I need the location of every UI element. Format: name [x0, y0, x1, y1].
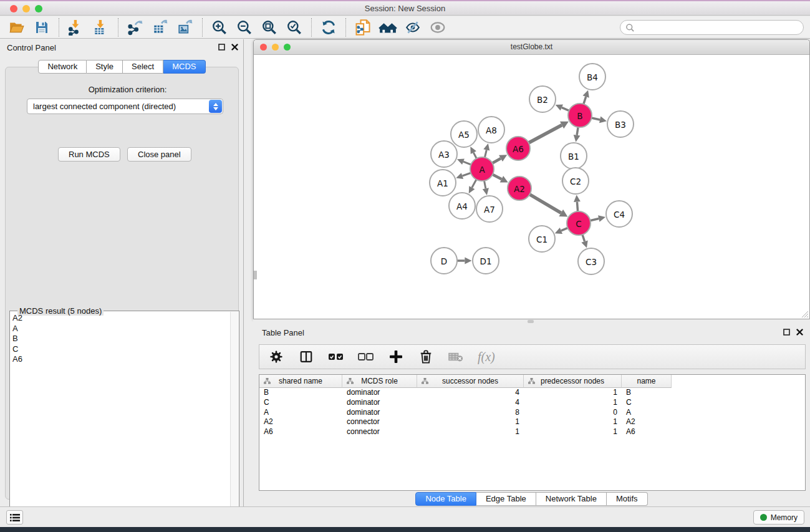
- cell-successor-nodes[interactable]: 4: [417, 388, 524, 398]
- cell-predecessor-nodes[interactable]: 1: [524, 417, 622, 427]
- export-table-icon[interactable]: [151, 19, 170, 36]
- table-options-gear-icon[interactable]: [268, 348, 284, 365]
- search-input[interactable]: [620, 20, 804, 35]
- tab-network-table[interactable]: Network Table: [536, 492, 607, 506]
- cell-shared-name[interactable]: A6: [259, 427, 342, 437]
- mcds-result-list[interactable]: A2ABCA6: [12, 313, 230, 520]
- table-row[interactable]: Cdominator41C: [259, 398, 805, 408]
- delete-table-icon[interactable]: [448, 348, 464, 365]
- cell-predecessor-nodes[interactable]: 1: [524, 427, 622, 437]
- mcds-result-item[interactable]: A2: [12, 313, 230, 324]
- cell-shared-name[interactable]: A: [259, 408, 342, 418]
- column-header-name[interactable]: name: [622, 375, 672, 388]
- table-panel: Table Panel f(x) shared nameMCDS rolesuc…: [253, 324, 810, 506]
- cell-MCDS-role[interactable]: dominator: [342, 398, 417, 408]
- network-graph[interactable]: B4B2BB3A8A5A6A3B1AC2A1A2A4A7C4CC1DD1C3: [254, 55, 809, 319]
- hide-selected-icon[interactable]: [403, 19, 422, 36]
- cell-successor-nodes[interactable]: 4: [417, 398, 524, 408]
- cell-MCDS-role[interactable]: connector: [342, 427, 417, 437]
- export-network-icon[interactable]: [126, 19, 145, 36]
- close-table-panel-icon[interactable]: [796, 329, 803, 336]
- horizontal-splitter[interactable]: [253, 319, 810, 324]
- tab-edge-table[interactable]: Edge Table: [476, 492, 536, 506]
- export-image-icon[interactable]: [176, 19, 195, 36]
- cell-MCDS-role[interactable]: dominator: [342, 388, 417, 398]
- zoom-out-icon[interactable]: [235, 19, 254, 36]
- optimization-criterion-select[interactable]: largest connected component (directed): [27, 99, 223, 114]
- mcds-result-item[interactable]: A: [12, 324, 230, 334]
- import-table-icon[interactable]: [92, 19, 110, 36]
- cell-successor-nodes[interactable]: 1: [417, 417, 524, 427]
- mcds-result-item[interactable]: B: [12, 334, 230, 344]
- column-header-successor-nodes[interactable]: successor nodes: [417, 375, 524, 388]
- add-column-icon[interactable]: [388, 348, 404, 365]
- home-network-icon[interactable]: [378, 19, 397, 36]
- cell-name[interactable]: C: [622, 398, 672, 408]
- open-session-icon[interactable]: [7, 19, 26, 36]
- cell-predecessor-nodes[interactable]: 0: [524, 408, 622, 418]
- canvas-scroll-thumb[interactable]: [254, 271, 257, 279]
- tab-mcds[interactable]: MCDS: [163, 60, 205, 74]
- show-eye-icon[interactable]: [428, 19, 447, 36]
- deselect-all-icon[interactable]: [358, 348, 374, 365]
- tab-node-table[interactable]: Node Table: [415, 492, 476, 506]
- cell-shared-name[interactable]: B: [259, 388, 342, 398]
- tab-network[interactable]: Network: [38, 60, 87, 74]
- memory-button[interactable]: Memory: [753, 510, 804, 525]
- cell-shared-name[interactable]: C: [259, 398, 342, 408]
- tab-motifs[interactable]: Motifs: [607, 492, 648, 506]
- cell-shared-name[interactable]: A2: [259, 417, 342, 427]
- zoom-fit-icon[interactable]: [260, 19, 279, 36]
- function-builder-icon[interactable]: f(x): [478, 350, 495, 364]
- tab-select[interactable]: Select: [123, 60, 163, 74]
- cell-predecessor-nodes[interactable]: 1: [524, 388, 622, 398]
- close-panel-button[interactable]: Close panel: [127, 147, 191, 162]
- network-maximize-button[interactable]: [284, 44, 291, 51]
- cell-name[interactable]: A6: [622, 427, 672, 437]
- float-table-panel-icon[interactable]: [783, 329, 790, 336]
- zoom-in-icon[interactable]: [210, 19, 229, 36]
- close-panel-icon[interactable]: [231, 44, 238, 51]
- cell-successor-nodes[interactable]: 8: [417, 408, 524, 418]
- splitter-handle[interactable]: [528, 320, 534, 323]
- close-window-button[interactable]: [10, 5, 17, 12]
- column-header-shared-name[interactable]: shared name: [259, 375, 342, 388]
- network-minimize-button[interactable]: [272, 44, 279, 51]
- column-header-predecessor-nodes[interactable]: predecessor nodes: [524, 375, 622, 388]
- cell-name[interactable]: A2: [622, 417, 672, 427]
- run-mcds-button[interactable]: Run MCDS: [58, 147, 120, 162]
- network-close-button[interactable]: [260, 44, 267, 51]
- cell-name[interactable]: B: [622, 388, 672, 398]
- cell-MCDS-role[interactable]: dominator: [342, 408, 417, 418]
- float-panel-icon[interactable]: [218, 44, 225, 51]
- cell-successor-nodes[interactable]: 1: [417, 427, 524, 437]
- maximize-window-button[interactable]: [35, 5, 42, 12]
- table-row[interactable]: A2connector11A2: [259, 417, 805, 427]
- network-window-titlebar[interactable]: testGlobe.txt: [254, 40, 809, 55]
- node-table[interactable]: shared nameMCDS rolesuccessor nodesprede…: [259, 374, 806, 491]
- refresh-layout-icon[interactable]: [319, 19, 338, 36]
- status-bar: Memory: [0, 506, 810, 527]
- import-network-icon[interactable]: [67, 19, 85, 36]
- network-canvas[interactable]: B4B2BB3A8A5A6A3B1AC2A1A2A4A7C4CC1DD1C3: [254, 55, 809, 319]
- cell-predecessor-nodes[interactable]: 1: [524, 398, 622, 408]
- cell-name[interactable]: A: [622, 408, 672, 418]
- cell-MCDS-role[interactable]: connector: [342, 417, 417, 427]
- zoom-selected-icon[interactable]: [285, 19, 304, 36]
- column-header-MCDS-role[interactable]: MCDS role: [342, 375, 417, 388]
- column-visibility-icon[interactable]: [298, 348, 314, 365]
- task-history-button[interactable]: [6, 510, 23, 525]
- duplicate-network-icon[interactable]: [354, 19, 372, 36]
- result-scrollbar[interactable]: [230, 312, 238, 520]
- table-row[interactable]: A6connector11A6: [259, 427, 805, 437]
- mcds-result-item[interactable]: C: [12, 344, 230, 355]
- tab-style[interactable]: Style: [87, 60, 123, 74]
- minimize-window-button[interactable]: [22, 5, 30, 12]
- save-session-icon[interactable]: [32, 19, 51, 36]
- window-resize-grip[interactable]: [800, 309, 808, 317]
- table-row[interactable]: Adominator80A: [259, 408, 805, 418]
- table-row[interactable]: Bdominator41B: [259, 388, 805, 398]
- mcds-result-item[interactable]: A6: [12, 354, 230, 365]
- delete-column-trash-icon[interactable]: [418, 348, 434, 365]
- select-all-icon[interactable]: [328, 348, 344, 365]
